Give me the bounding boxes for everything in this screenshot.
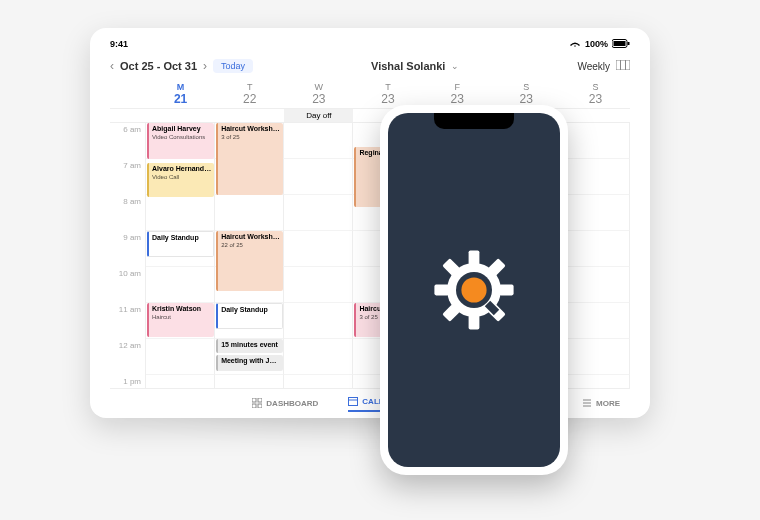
day-header[interactable]: T23 <box>353 80 422 106</box>
allday-event[interactable]: Day off <box>284 109 353 122</box>
svg-rect-6 <box>252 398 256 402</box>
user-selector[interactable]: Vishal Solanki ⌄ <box>371 60 459 72</box>
svg-rect-10 <box>349 397 358 405</box>
day-header[interactable]: F23 <box>423 80 492 106</box>
svg-rect-16 <box>469 250 480 264</box>
phone-notch <box>434 113 514 129</box>
prev-week-button[interactable]: ‹ <box>110 59 114 73</box>
phone-screen <box>388 113 560 467</box>
svg-rect-17 <box>469 315 480 329</box>
svg-rect-8 <box>252 404 256 408</box>
dashboard-icon <box>252 398 262 410</box>
calendar-icon <box>348 396 358 408</box>
time-label: 7 am <box>110 159 146 195</box>
calendar-event[interactable]: Haircut Workshops3 of 25 <box>216 123 283 195</box>
date-range[interactable]: Oct 25 - Oct 31 <box>120 60 197 72</box>
calendar-event[interactable]: Kristin WatsonHaircut <box>147 303 214 337</box>
calendar-event[interactable]: Abigail HarveyVideo Consultations <box>147 123 214 159</box>
svg-rect-2 <box>628 42 630 45</box>
svg-rect-9 <box>258 404 262 408</box>
next-week-button[interactable]: › <box>203 59 207 73</box>
calendar-event[interactable]: Alvaro HernandezVideo Call <box>147 163 214 197</box>
nav-label: MORE <box>596 399 620 408</box>
svg-rect-7 <box>258 398 262 402</box>
day-header-row: M21 T22 W23 T23 F23 S23 S23 <box>110 80 630 109</box>
time-label: 6 am <box>110 123 146 159</box>
calendar-event[interactable]: Haircut Workshops22 of 25 <box>216 231 283 291</box>
calendar-event[interactable]: Meeting with Jo… <box>216 355 283 371</box>
battery-icon <box>612 39 630 50</box>
statusbar-time: 9:41 <box>110 39 128 49</box>
battery-percent: 100% <box>585 39 608 49</box>
view-selector[interactable]: Weekly <box>577 60 630 72</box>
tablet-statusbar: 9:41 100% <box>110 36 630 52</box>
nav-dashboard[interactable]: DASHBOARD <box>252 398 318 410</box>
menu-icon <box>582 398 592 410</box>
app-logo-gear-icon <box>429 245 519 335</box>
grid-view-icon <box>616 60 630 72</box>
chevron-down-icon: ⌄ <box>451 61 459 71</box>
toolbar: ‹ Oct 25 - Oct 31 › Today Vishal Solanki… <box>110 52 630 80</box>
view-label: Weekly <box>577 61 610 72</box>
svg-rect-1 <box>614 41 626 46</box>
wifi-icon <box>569 39 581 50</box>
calendar-event[interactable]: 15 minutes event <box>216 339 283 353</box>
svg-rect-3 <box>616 60 630 70</box>
day-header[interactable]: S23 <box>492 80 561 106</box>
time-label: 10 am <box>110 267 146 303</box>
calendar-event[interactable]: Daily Standup <box>147 231 214 257</box>
time-label: 12 am <box>110 339 146 375</box>
nav-label: DASHBOARD <box>266 399 318 408</box>
day-header[interactable]: S23 <box>561 80 630 106</box>
user-name: Vishal Solanki <box>371 60 445 72</box>
nav-more[interactable]: MORE <box>582 398 620 410</box>
day-header[interactable]: W23 <box>284 80 353 106</box>
svg-rect-18 <box>434 285 448 296</box>
time-label: 11 am <box>110 303 146 339</box>
svg-point-25 <box>461 277 486 302</box>
day-header[interactable]: T22 <box>215 80 284 106</box>
day-header[interactable]: M21 <box>146 80 215 106</box>
phone-frame <box>380 105 568 475</box>
svg-rect-19 <box>499 285 513 296</box>
time-label: 8 am <box>110 195 146 231</box>
today-button[interactable]: Today <box>213 59 253 73</box>
time-label: 1 pm <box>110 375 146 388</box>
calendar-event[interactable]: Daily Standup <box>216 303 283 329</box>
time-label: 9 am <box>110 231 146 267</box>
